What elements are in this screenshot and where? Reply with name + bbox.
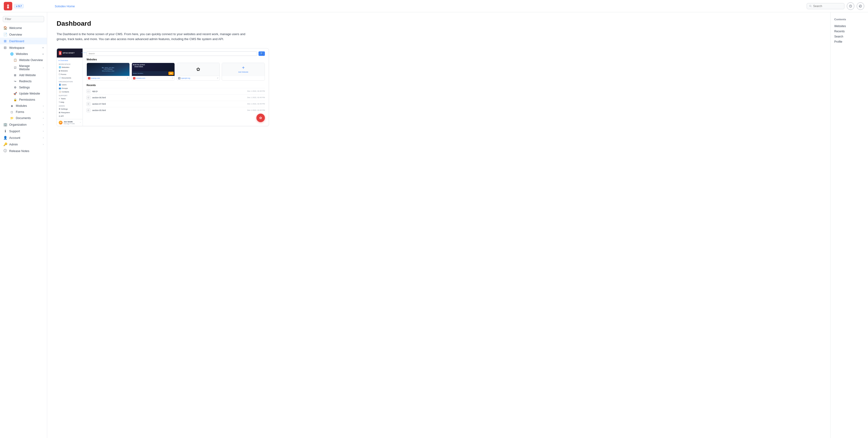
preview-add-website-card[interactable]: + Add Website	[222, 63, 265, 80]
lock-icon: 🔒	[13, 98, 17, 102]
chevron-right-icon: ›	[43, 136, 44, 139]
sidebar-item-workspace[interactable]: ⊟ Workspace ▾	[0, 44, 47, 51]
sidebar-item-add-website[interactable]: ⊞ Add Website	[10, 72, 47, 78]
history-icon-btn[interactable]	[857, 2, 864, 10]
sidebar-item-forms[interactable]: ◻ Forms ›	[7, 109, 47, 115]
sidebar-filter-input[interactable]	[3, 16, 44, 22]
admin-icon: 🔑	[3, 142, 7, 146]
checkbox-icon: ☑	[13, 66, 17, 70]
preview-search-btn[interactable]: 🔍	[258, 52, 265, 56]
dashboard-preview: SPACENET solodev ▸ Overview WORKSPACE 🌐 …	[57, 48, 269, 126]
page-title: Dashboard	[57, 20, 821, 27]
sidebar-item-label: Settings	[19, 86, 44, 89]
sidebar-item-overview[interactable]: 📄 Overview	[0, 31, 47, 38]
sidebar-item-redirects[interactable]: ↪ Redirects	[10, 78, 47, 85]
preview-search-input[interactable]	[87, 52, 257, 56]
search-box[interactable]	[807, 3, 844, 9]
lunar-footer: S lunarxp.com ↗	[87, 76, 129, 80]
preview-admin-label: ADMIN	[57, 104, 83, 107]
nav-right	[807, 2, 864, 10]
chevron-down-icon: ▾	[42, 53, 44, 56]
home-icon: 🏠	[3, 26, 7, 30]
sidebar-item-manage-website[interactable]: ☑ Manage Website ›	[10, 63, 47, 72]
contents-item-profile[interactable]: Profile	[834, 39, 864, 44]
sidebar-item-websites[interactable]: 🌐 Websites ▾	[7, 51, 47, 57]
fab-button[interactable]: ✿	[256, 114, 265, 122]
preview-user-info: Joe Smith Manage Profile	[64, 121, 75, 125]
globe-icon: 🌐	[10, 52, 14, 56]
solodev-footer: S solodev.com ↗	[132, 76, 175, 80]
recent-item-3: ◫ section-05.html Dec 1 2022, 02:45 PM	[87, 107, 265, 113]
solodev-ext-icon: ↗	[172, 77, 173, 79]
sidebar-item-documents[interactable]: 📁 Documents ›	[7, 115, 47, 121]
preview-sidebar-body: ▸ Overview WORKSPACE 🌐 Websites ◈ Module…	[57, 58, 83, 119]
svg-point-0	[7, 5, 8, 6]
page-description: The Dashboard is the home screen of your…	[57, 32, 250, 42]
sidebar-filter-area	[0, 14, 47, 25]
preview-search-row: 🔍	[87, 52, 265, 56]
preview-nav-settings: ⚙ Settings	[57, 107, 83, 111]
preview-nav-documents: 📄 Documents	[57, 76, 83, 80]
contents-title: Contents	[834, 18, 864, 21]
solodev-url: solodev.com	[136, 77, 171, 79]
version-badge: v 9.7	[14, 4, 24, 8]
spacejet-img: ✿	[177, 63, 220, 76]
modules-icon: ◈	[10, 104, 14, 108]
sidebar-item-label: Website Overview	[19, 59, 44, 62]
lunar-url: lunarxp.com	[91, 77, 126, 79]
home-link[interactable]: Solodev Home	[55, 4, 75, 8]
sidebar-item-admin[interactable]: 🔑 Admin ›	[0, 141, 47, 147]
contents-item-websites[interactable]: Websites	[834, 24, 864, 29]
rocket-icon: 🚀	[13, 92, 17, 96]
sidebar-item-welcome[interactable]: 🏠 Welcome	[0, 25, 47, 31]
sidebar-item-website-overview[interactable]: 📋 Website Overview	[10, 57, 47, 63]
main-layout: 🏠 Welcome 📄 Overview ⊞ Dashboard ⊟ Works…	[0, 12, 868, 438]
file-js-icon: { }	[87, 89, 90, 93]
add-website-label: Add Website	[238, 71, 248, 73]
spacejet-url: spacejet.org	[181, 77, 216, 79]
sidebar-item-account[interactable]: 👤 Account ›	[0, 134, 47, 141]
plus-square-icon: ⊞	[13, 73, 17, 77]
watch-icon-btn[interactable]	[847, 2, 854, 10]
account-icon: 👤	[3, 136, 7, 140]
sidebar-item-label: Documents	[16, 116, 41, 120]
websites-subnav: 📋 Website Overview ☑ Manage Website › ⊞ …	[7, 57, 47, 103]
lunar-desc: When the Moon is Near	[102, 70, 115, 72]
preview-website-spacejet: ✿ ✿ spacejet.org ↗	[177, 63, 220, 80]
workspace-subnav: 🌐 Websites ▾ 📋 Website Overview ☑ Manage…	[0, 51, 47, 121]
sidebar-item-label: Welcome	[9, 26, 44, 30]
preview-websites-grid: Be part of the Lunar XPerience When the …	[87, 63, 265, 80]
logo-icon	[4, 2, 12, 10]
preview-manage-profile: Manage Profile	[64, 123, 75, 125]
chevron-right-icon: ›	[43, 111, 44, 113]
sidebar-item-label: Forms	[16, 110, 41, 114]
sidebar-item-label: Dashboard	[9, 39, 44, 43]
contents-item-search[interactable]: Search	[834, 34, 864, 39]
sidebar-item-label: Organization	[9, 123, 41, 126]
gear-icon: ⚙	[13, 86, 17, 89]
file-icon: 📄	[3, 33, 7, 36]
sidebar-item-settings[interactable]: ⚙ Settings	[10, 85, 47, 91]
contents-item-recents[interactable]: Recents	[834, 29, 864, 34]
aws-logo: AWS	[168, 72, 174, 75]
preview-main-content: 🔍 Websites Be part of the Lunar XPerienc…	[83, 48, 269, 126]
sidebar-item-update-website[interactable]: 🚀 Update Website	[10, 91, 47, 97]
info-icon: ⓘ	[3, 149, 7, 153]
search-input[interactable]	[813, 4, 842, 8]
top-nav: v 9.7 Solodev Home	[0, 0, 868, 12]
sidebar-item-permissions[interactable]: 🔒 Permissions	[10, 97, 47, 103]
chevron-right-icon: ›	[43, 130, 44, 133]
sidebar-item-dashboard[interactable]: ⊞ Dashboard	[0, 38, 47, 44]
aws-title: Build the perfectcloud stack.	[133, 64, 145, 68]
sidebar-item-modules[interactable]: ◈ Modules ›	[7, 103, 47, 109]
recent-filename-1: section-06.html	[92, 96, 247, 99]
chevron-right-icon: ›	[43, 105, 44, 107]
preview-nav-overview: ▸ Overview	[57, 59, 83, 62]
sidebar-item-organization[interactable]: 🏢 Organization ›	[0, 121, 47, 128]
preview-nav-forms: ☐ Forms	[57, 73, 83, 76]
lunar-favicon: S	[88, 77, 90, 79]
sidebar-item-support[interactable]: ℹ Support ›	[0, 128, 47, 134]
sidebar-item-release-notes[interactable]: ⓘ Release Notes	[0, 147, 47, 154]
chevron-right-icon: ›	[43, 66, 44, 69]
preview-nav-websites: 🌐 Websites	[57, 66, 83, 69]
